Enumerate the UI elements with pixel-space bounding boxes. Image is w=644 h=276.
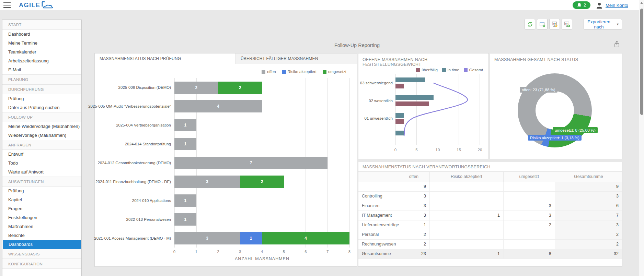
- user-profile-icon[interactable]: [595, 1, 603, 10]
- chart1-bar-segment-umgesetzt[interactable]: 4: [262, 232, 349, 244]
- notifications-button[interactable]: 2: [573, 1, 590, 9]
- vertical-scrollbar[interactable]: [639, 0, 644, 276]
- sidebar-item-berichte[interactable]: Berichte: [2, 231, 81, 240]
- table-cell: 3: [398, 191, 429, 201]
- chart1-bar-segment-offen[interactable]: 1: [174, 213, 196, 226]
- sidebar-item-dashboards[interactable]: Dashboards: [3, 240, 81, 249]
- top-bar: AGILE 2 Mein Konto: [0, 0, 644, 10]
- sidebar-item-warte-auf-antwort[interactable]: Warte auf Antwort: [2, 168, 81, 177]
- chart1-bar-segment-umgesetzt[interactable]: 2: [240, 176, 284, 188]
- dashboard-favorite-button[interactable]: [549, 19, 560, 29]
- table-cell: [429, 182, 503, 191]
- chart1-x-tick: 8: [348, 250, 350, 254]
- status-table: offenRisiko akzeptiertumgesetztGesamtsum…: [358, 172, 622, 259]
- chart1-bar-segment-risiko-akzeptiert[interactable]: 1: [240, 232, 262, 244]
- export-button[interactable]: Exportieren nach: [584, 19, 614, 29]
- sidebar-section-konfiguration[interactable]: KONFIGURATION: [2, 259, 81, 269]
- sidebar-item-datei-aus-pr-fung-suchen[interactable]: Datei aus Prüfung suchen: [2, 103, 81, 112]
- legend-item-risiko-akzeptiert[interactable]: Risiko akzeptiert: [282, 70, 317, 74]
- sidebar-section-auswertungen[interactable]: AUSWERTUNGEN: [2, 177, 81, 187]
- chart1-x-tick: 2: [217, 250, 219, 254]
- sidebar-section-follow-up[interactable]: FOLLOW UP: [2, 112, 81, 122]
- table-cell: 2: [398, 230, 429, 239]
- panel-massnahmenstatus-nach-verantwortungsbereich: MASSNAHMENSTATUS NACH VERANTWORTUNGSBERE…: [358, 162, 622, 267]
- chart1-bar: 1: [174, 194, 196, 207]
- sidebar-section-durchf-hrung[interactable]: DURCHFÜHRUNG: [2, 84, 81, 94]
- chart1-bar-segment-offen[interactable]: 2: [174, 82, 218, 94]
- add-dashboard-button[interactable]: [537, 19, 548, 29]
- tab-massnahmenstatus-nach-pruefung[interactable]: MASSNAHMENSTATUS NACH PRÜFUNG: [95, 53, 236, 64]
- table-cell: 1: [429, 211, 503, 220]
- sidebar-item-entwurf[interactable]: Entwurf: [2, 150, 81, 159]
- chart1-row-2024-010-applications: 2024-010 Applications1: [174, 191, 350, 210]
- table-cell: 6: [555, 201, 622, 211]
- chart1-bar-segment-offen[interactable]: 3: [174, 176, 240, 188]
- sidebar-item-meine-termine[interactable]: Meine Termine: [2, 39, 81, 48]
- sidebar-item-kapitel[interactable]: Kapitel: [2, 195, 81, 204]
- chart1-bar-segment-offen[interactable]: 7: [174, 157, 327, 169]
- sidebar-item-feststellungen[interactable]: Feststellungen: [2, 213, 81, 222]
- table-cell: [429, 201, 503, 211]
- sidebar-item-fragen[interactable]: Fragen: [2, 204, 81, 213]
- chart1-bar: 1: [174, 138, 196, 150]
- table-cell: Gesamtsumme: [358, 249, 398, 259]
- sync-icon: [527, 21, 533, 27]
- share-icon[interactable]: [613, 40, 621, 49]
- chart1-row-2024-014-standortpr-fung: 2024-014 Standortprüfung1: [174, 135, 350, 154]
- sidebar-section-planung[interactable]: PLANUNG: [2, 74, 81, 84]
- legend-label-in-time: in time: [448, 68, 459, 72]
- legend-swatch-offen: [262, 70, 265, 74]
- sidebar-item-ma-nahmen[interactable]: Maßnahmen: [2, 222, 81, 231]
- chart1-bar-segment-offen[interactable]: 4: [174, 100, 262, 112]
- legend-item-in-time[interactable]: in time: [442, 68, 459, 72]
- scrollbar-thumb[interactable]: [640, 9, 643, 115]
- sidebar-item-e-mail[interactable]: E-Mail: [2, 65, 81, 74]
- sidebar-item-meine-wiedervorlage-ma-nahmen[interactable]: Meine Wiedervorlage (Maßnahmen): [2, 122, 81, 131]
- tab-uebersicht-faelliger-massnahmen[interactable]: ÜBERSICHT FÄLLIGER MASSNAHMEN: [236, 53, 357, 64]
- table-column-header-blank: [358, 172, 398, 182]
- sidebar-item-arbeitszeiterfassung[interactable]: Arbeitszeiterfassung: [2, 57, 81, 65]
- sidebar-item-todo[interactable]: Todo: [2, 159, 81, 168]
- chart1-bar-segment-offen[interactable]: 1: [174, 119, 196, 131]
- sidebar-section-anfragen[interactable]: ANFRAGEN: [2, 140, 81, 150]
- table-header-row: offenRisiko akzeptiertumgesetztGesamtsum…: [358, 172, 622, 182]
- sidebar-section-wissensbasis[interactable]: WISSENSBASIS: [2, 249, 81, 259]
- hamburger-menu-icon[interactable]: [3, 2, 11, 8]
- legend-item-offen[interactable]: offen: [262, 70, 276, 74]
- chart1-bar: 4: [174, 100, 262, 112]
- refresh-button[interactable]: [525, 19, 535, 29]
- sidebar-item-dashboard[interactable]: Dashboard: [2, 30, 81, 39]
- table-cell: [429, 191, 503, 201]
- dashboard-run-button[interactable]: [562, 19, 572, 29]
- legend-item-gesamt[interactable]: Gesamt: [464, 68, 483, 72]
- scrollbar-up-arrow-icon[interactable]: [640, 2, 643, 4]
- table-cell: 7: [555, 211, 622, 220]
- chart1-bar-segment-offen[interactable]: 1: [174, 138, 196, 150]
- logo-cloud-icon: [41, 1, 54, 10]
- donut-title: MASSNAHMEN GESAMT NACH STATUS: [490, 53, 622, 62]
- chart1-category-label: 2025-005 QM-Audit "Verbesserungspotenzia…: [95, 97, 171, 116]
- chart1-bar: 1: [174, 213, 196, 226]
- table-row-it-management: IT Management3137: [358, 211, 622, 220]
- account-link[interactable]: Mein Konto: [606, 3, 628, 8]
- sidebar-item-pr-fung[interactable]: Prüfung: [2, 187, 81, 195]
- logo-text: AGILE: [19, 2, 41, 9]
- sidebar-item-wiedervorlage-ma-nahmen[interactable]: Wiedervorlage (Maßnahmen): [2, 131, 81, 140]
- chart1-category-label: 2024-012 Gesamtbanksteuerung (DEMO): [95, 154, 171, 172]
- chart1-plot-area: 2025-006 Disposition (DEMO)222025-005 QM…: [174, 78, 350, 248]
- sidebar-section-start[interactable]: START: [2, 20, 81, 30]
- legend-item-berf-llig[interactable]: überfällig: [416, 68, 438, 72]
- table-cell: [429, 239, 503, 249]
- table-cell: 1: [429, 249, 503, 259]
- export-dropdown-caret[interactable]: ▼: [614, 19, 622, 29]
- sidebar-item-teamkalender[interactable]: Teamkalender: [2, 48, 81, 57]
- table-cell: 2: [503, 220, 555, 230]
- table-cell: 8: [503, 249, 555, 259]
- legend-item-umgesetzt[interactable]: umgesetzt: [323, 70, 346, 74]
- table-row-lieferantenvertr-ge: Lieferantenverträge123: [358, 220, 622, 230]
- sidebar-item-pr-fung[interactable]: Prüfung: [2, 94, 81, 103]
- chart1-bar-segment-offen[interactable]: 1: [174, 194, 196, 207]
- chart1-bar-segment-offen[interactable]: 3: [174, 232, 240, 244]
- bell-icon: [577, 3, 582, 8]
- chart1-bar-segment-umgesetzt[interactable]: 2: [218, 82, 262, 94]
